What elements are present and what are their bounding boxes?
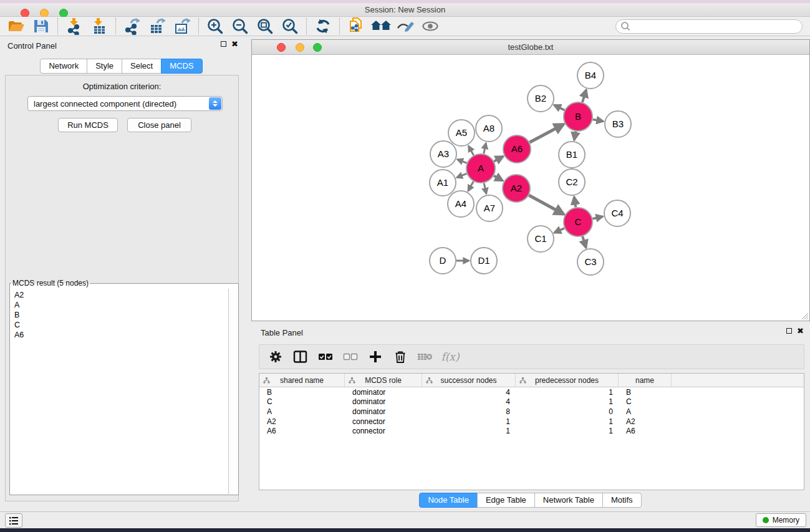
table-panel-title: Table Panel <box>261 328 303 337</box>
save-session-button[interactable] <box>29 17 54 36</box>
deselect-all-button[interactable] <box>339 347 362 366</box>
result-item[interactable]: A <box>14 300 228 310</box>
network-view-window: testGlobe.txt AA1A2A3A4A5A6A7A8BB1B2B3B4… <box>251 39 810 321</box>
show-details-button[interactable] <box>418 17 443 36</box>
result-item[interactable]: B <box>14 310 228 320</box>
import-network-button[interactable] <box>62 17 87 36</box>
edge-A-A1[interactable] <box>456 173 466 177</box>
result-item[interactable]: A2 <box>14 290 228 300</box>
close-panel-icon[interactable]: ✖ <box>231 41 238 47</box>
edge-A2-C[interactable] <box>529 195 564 215</box>
edge-A-A4[interactable] <box>468 181 474 191</box>
zoom-out-button[interactable] <box>228 17 253 36</box>
column-header-successor-nodes[interactable]: successor nodes <box>422 374 516 387</box>
edge-B-B1[interactable] <box>574 132 576 140</box>
network-canvas[interactable]: AA1A2A3A4A5A6A7A8BB1B2B3B4CC1C2C3C4DD1 <box>252 55 809 321</box>
edge-A-A6[interactable] <box>494 157 503 162</box>
zoom-in-button[interactable] <box>203 17 228 36</box>
search-input[interactable] <box>631 21 802 32</box>
mcds-result-list: A2ABCA6 <box>11 289 228 494</box>
function-builder-button[interactable]: f(x) <box>439 347 461 366</box>
export-network-button[interactable] <box>120 17 145 36</box>
memory-button[interactable]: Memory <box>756 513 806 527</box>
column-header-predecessor-nodes[interactable]: predecessor nodes <box>516 374 619 387</box>
export-network-icon <box>123 17 141 35</box>
result-scrollbar[interactable] <box>228 289 238 494</box>
zoom-fit-button[interactable] <box>253 17 277 36</box>
table-cell: A2 <box>259 417 345 426</box>
tab-style[interactable]: Style <box>87 59 122 74</box>
search-field[interactable] <box>615 19 803 34</box>
open-session-button[interactable] <box>4 17 29 36</box>
tab-node-table[interactable]: Node Table <box>419 493 478 508</box>
clone-network-button[interactable] <box>344 17 369 36</box>
edge-C-C2[interactable] <box>574 197 576 208</box>
import-table-button[interactable] <box>87 17 112 36</box>
gear-icon <box>269 350 282 364</box>
column-header-name[interactable]: name <box>619 374 672 387</box>
tab-select[interactable]: Select <box>122 59 162 74</box>
delete-table-button[interactable] <box>414 347 436 366</box>
result-item[interactable]: A6 <box>14 330 228 340</box>
table-row[interactable]: Cdominator41C <box>259 397 804 407</box>
edge-A-A5[interactable] <box>468 146 473 155</box>
edge-A-A3[interactable] <box>457 160 466 163</box>
edge-C-C1[interactable] <box>554 228 564 233</box>
edge-C-C4[interactable] <box>592 216 602 219</box>
zoom-selected-button[interactable] <box>277 17 302 36</box>
column-header-MCDS-role[interactable]: MCDS role <box>345 374 422 387</box>
edge-C-C3[interactable] <box>582 236 586 248</box>
add-column-button[interactable] <box>364 347 387 366</box>
close-table-panel-icon[interactable]: ✖ <box>797 328 804 334</box>
table-options-button[interactable] <box>264 347 287 366</box>
export-image-button[interactable] <box>170 17 195 36</box>
edge-B-B2[interactable] <box>554 105 565 110</box>
select-stepper-icon <box>209 97 221 110</box>
select-all-button[interactable] <box>314 347 337 366</box>
edge-B-B3[interactable] <box>593 119 604 121</box>
node-label-A6: A6 <box>511 143 523 154</box>
table-cell: B <box>259 388 345 397</box>
edge-A6-B[interactable] <box>529 124 564 142</box>
column-header-shared-name[interactable]: shared name <box>259 374 345 387</box>
criterion-select[interactable]: largest connected component (directed) <box>27 96 223 111</box>
split-view-button[interactable] <box>289 347 312 366</box>
home-views-button[interactable] <box>369 17 393 36</box>
desktop-wallpaper-bottom <box>0 528 810 532</box>
tab-mcds[interactable]: MCDS <box>161 59 202 74</box>
tab-motifs[interactable]: Motifs <box>602 493 642 508</box>
tab-edge-table[interactable]: Edge Table <box>477 493 535 508</box>
tab-network-table[interactable]: Network Table <box>534 493 603 508</box>
edge-B-B4[interactable] <box>582 90 586 102</box>
network-window-titlebar[interactable]: testGlobe.txt <box>252 40 809 55</box>
unchecked-boxes-icon <box>343 352 358 362</box>
table-row[interactable]: Bdominator41B <box>259 387 804 397</box>
table-row[interactable]: Adominator80A <box>259 407 804 417</box>
task-history-button[interactable] <box>5 513 22 528</box>
resize-grip-icon[interactable] <box>801 312 809 320</box>
hide-details-button[interactable] <box>393 17 418 36</box>
float-panel-icon[interactable] <box>221 41 226 47</box>
table-row[interactable]: A2connector11A2 <box>259 417 804 427</box>
node-table[interactable]: shared nameMCDS rolesuccessor nodesprede… <box>259 373 804 490</box>
node-label-A1: A1 <box>437 177 448 188</box>
table-cell: A6 <box>619 427 672 435</box>
table-body: Bdominator41BCdominator41CAdominator80AA… <box>259 387 804 436</box>
run-mcds-button[interactable]: Run MCDS <box>58 118 118 132</box>
mcds-result-box: MCDS result (5 nodes) A2ABCA6 <box>9 279 239 495</box>
apply-layout-button[interactable] <box>311 17 335 36</box>
edge-A-A2[interactable] <box>494 176 503 181</box>
close-panel-button[interactable]: Close panel <box>127 118 191 132</box>
table-cell: C <box>619 397 672 406</box>
network-graph[interactable]: AA1A2A3A4A5A6A7A8BB1B2B3B4CC1C2C3C4DD1 <box>252 55 809 321</box>
export-table-button[interactable] <box>145 17 170 36</box>
edge-A-A8[interactable] <box>484 143 486 154</box>
edge-A-A7[interactable] <box>484 183 486 193</box>
table-row[interactable]: A6connector11A6 <box>259 426 804 436</box>
tab-network[interactable]: Network <box>40 59 87 74</box>
delete-column-button[interactable] <box>389 347 412 366</box>
result-item[interactable]: C <box>14 320 228 330</box>
float-table-panel-icon[interactable] <box>786 328 792 334</box>
mcds-panel: Optimization criterion: largest connecte… <box>5 75 239 501</box>
table-tabs: Node TableEdge TableNetwork TableMotifs <box>251 493 810 508</box>
